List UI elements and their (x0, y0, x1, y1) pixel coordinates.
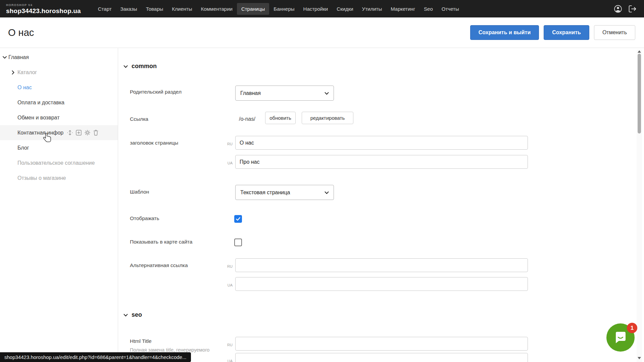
logout-icon[interactable] (628, 5, 637, 13)
ru-lang-tag: RU (219, 343, 233, 347)
page-title-ru-input[interactable] (235, 136, 528, 150)
ua-lang-tag: UA (219, 359, 233, 362)
template-select[interactable]: Текстовая страница (235, 185, 334, 200)
tree-item-polzovatelskoe-soglashenie[interactable]: Пользовательское соглашение (0, 155, 118, 170)
nav-item-clients[interactable]: Клиенты (167, 3, 196, 15)
chevron-down-icon (325, 90, 329, 96)
tree-item-otzyvy-o-magazine[interactable]: Отзывы о магазине (0, 170, 118, 186)
brand-domain: shop34423.horoshop.ua (6, 8, 81, 14)
header-buttons: Сохранить и выйти Сохранить Отменить (470, 25, 635, 40)
tree-item-label: Каталог (17, 69, 37, 75)
section-seo-title: seo (132, 311, 142, 318)
topnav-right-icons (614, 5, 637, 13)
status-url-tooltip: shop34423.horoshop.ua/edit/edit.php?id=6… (0, 352, 191, 362)
chat-widget-button[interactable]: 1 (606, 323, 635, 352)
chat-bubble-icon (613, 329, 628, 346)
scrollbar-thumb[interactable] (638, 54, 641, 134)
nav-item-reports[interactable]: Отчеты (437, 3, 463, 15)
chevron-down-icon[interactable] (3, 56, 8, 59)
sitemap-label: Показывать в карте сайта (130, 239, 192, 245)
top-navigation: HOROSHOP V4 shop34423.horoshop.ua Старт … (0, 0, 644, 17)
section-common[interactable]: common (123, 63, 157, 70)
ru-lang-tag: RU (219, 264, 233, 268)
ua-lang-tag: UA (219, 161, 233, 165)
pages-tree: Главная Каталог О нас Оплата и доставка … (0, 50, 118, 186)
link-path-value: /o-nas/ (239, 116, 255, 122)
nav-item-pages[interactable]: Страницы (237, 3, 269, 15)
section-common-title: common (132, 63, 157, 70)
tree-item-label: Отзывы о магазине (17, 175, 66, 181)
scroll-down-icon[interactable] (638, 357, 641, 359)
tree-item-blog[interactable]: Блог (0, 140, 118, 155)
scroll-up-icon[interactable] (638, 50, 641, 53)
html-title-hint: Полная замена title, генерируемого (130, 347, 209, 353)
tree-item-actions (67, 130, 98, 136)
settings-gear-icon[interactable] (85, 130, 90, 136)
sitemap-checkbox[interactable] (234, 239, 242, 246)
display-checkbox[interactable] (234, 215, 242, 223)
nav-item-comments[interactable]: Комментарии (196, 3, 237, 15)
tree-item-glavnaya[interactable]: Главная (0, 50, 118, 65)
display-label: Отображать (130, 215, 159, 221)
add-page-icon[interactable] (76, 130, 82, 136)
nav-item-banners[interactable]: Баннеры (269, 3, 299, 15)
update-link-button[interactable]: обновить (265, 112, 296, 124)
tree-item-katalog[interactable]: Каталог (0, 65, 118, 80)
parent-section-label: Родительский раздел (130, 89, 182, 95)
brand-logo[interactable]: HOROSHOP V4 shop34423.horoshop.ua (6, 4, 81, 14)
page-title: О нас (8, 27, 34, 38)
tree-item-label: Контактная инфор (17, 130, 63, 136)
page-title-field-label: заголовок страницы (130, 140, 178, 146)
nav-item-orders[interactable]: Заказы (116, 3, 142, 15)
brand-version: HOROSHOP V4 (6, 4, 81, 7)
alt-link-ru-input[interactable] (235, 258, 528, 272)
tree-item-label: Пользовательское соглашение (17, 160, 95, 166)
pages-tree-sidebar: Главная Каталог О нас Оплата и доставка … (0, 48, 118, 362)
tree-item-label: О нас (17, 85, 32, 91)
move-icon[interactable] (67, 130, 73, 136)
edit-link-button[interactable]: редактировать (302, 112, 353, 124)
save-and-exit-button[interactable]: Сохранить и выйти (470, 25, 539, 40)
nav-item-settings[interactable]: Настройки (299, 3, 333, 15)
tree-item-label: Обмен и возврат (17, 115, 59, 121)
main-menu: Старт Заказы Товары Клиенты Комментарии … (94, 3, 463, 15)
chevron-down-icon (123, 63, 128, 70)
chevron-down-icon (123, 311, 128, 318)
html-title-ua-input[interactable] (235, 353, 528, 362)
ua-lang-tag: UA (219, 283, 233, 287)
user-account-icon[interactable] (614, 5, 622, 13)
chat-unread-badge: 1 (627, 323, 637, 333)
section-seo[interactable]: seo (123, 311, 142, 318)
parent-section-select[interactable]: Главная (235, 86, 334, 101)
tree-item-kontaktnaya-informaciya[interactable]: Контактная инфор (0, 125, 118, 140)
alt-link-ua-input[interactable] (235, 277, 528, 291)
parent-section-value: Главная (240, 90, 261, 96)
alt-link-label: Альтернативная ссылка (130, 262, 188, 268)
page-header: О нас Сохранить и выйти Сохранить Отмени… (0, 17, 644, 48)
nav-item-marketing[interactable]: Маркетинг (386, 3, 419, 15)
tree-item-oplata-i-dostavka[interactable]: Оплата и доставка (0, 95, 118, 110)
chevron-right-icon[interactable] (12, 70, 17, 74)
save-button[interactable]: Сохранить (544, 25, 589, 40)
html-title-ru-input[interactable] (235, 337, 528, 351)
tree-item-o-nas[interactable]: О нас (0, 80, 118, 95)
check-icon (236, 217, 241, 221)
nav-item-seo[interactable]: Seo (419, 3, 437, 15)
tree-item-label: Главная (8, 54, 29, 60)
page-title-ua-input[interactable] (235, 155, 528, 169)
cancel-button[interactable]: Отменить (594, 25, 635, 40)
nav-item-products[interactable]: Товары (142, 3, 168, 15)
ru-lang-tag: RU (219, 142, 233, 146)
delete-trash-icon[interactable] (93, 130, 98, 136)
tree-item-label: Оплата и доставка (17, 100, 64, 106)
chevron-down-icon (325, 190, 329, 196)
link-label: Ссылка (130, 116, 148, 122)
nav-item-start[interactable]: Старт (94, 3, 116, 15)
nav-item-utilities[interactable]: Утилиты (358, 3, 387, 15)
nav-item-discounts[interactable]: Скидки (332, 3, 357, 15)
template-label: Шаблон (130, 189, 149, 195)
html-title-label: Html Title (130, 338, 152, 344)
tree-item-label: Блог (17, 145, 29, 151)
vertical-scrollbar[interactable] (637, 50, 642, 362)
tree-item-obmen-i-vozvrat[interactable]: Обмен и возврат (0, 110, 118, 125)
